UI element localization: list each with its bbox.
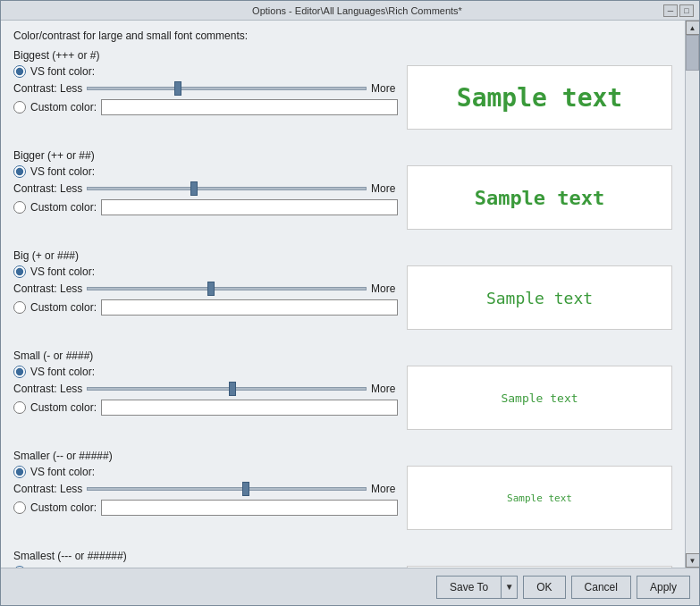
vs-font-label-small: VS font color: [30, 366, 95, 378]
vs-font-radio-small[interactable] [13, 366, 26, 378]
preview-col-smaller: Sample text [407, 466, 672, 534]
preview-col-biggest: Sample text [407, 65, 672, 133]
scroll-thumb[interactable] [686, 35, 699, 71]
preview-box-big: Sample text [407, 265, 672, 330]
contrast-slider-small[interactable] [87, 382, 367, 396]
custom-color-radio-smaller[interactable] [13, 501, 26, 514]
custom-color-row-small: Custom color: [13, 400, 398, 416]
minimize-button[interactable]: ─ [663, 4, 678, 17]
preview-text-biggest: Sample text [457, 83, 622, 113]
main-panel: Color/contrast for large and small font … [1, 21, 685, 568]
custom-color-radio-biggest[interactable] [13, 101, 26, 114]
maximize-button[interactable]: □ [679, 4, 694, 17]
custom-color-input-biggest[interactable] [101, 99, 398, 115]
section-smallest: Smallest (--- or ######) VS font color: … [13, 550, 672, 568]
bottom-bar: Save To ▼ OK Cancel Apply [1, 568, 699, 605]
section-biggest: Biggest (+++ or #) VS font color: Contra… [13, 49, 672, 133]
section-row-bigger: VS font color: Contrast: Less More Custo… [13, 165, 672, 233]
vs-font-row-big: VS font color: [13, 265, 398, 278]
vs-font-row-small: VS font color: [13, 366, 398, 378]
contrast-more-label-smaller: More [371, 483, 398, 495]
controls-small: VS font color: Contrast: Less More Custo… [13, 366, 398, 421]
custom-color-label-smaller: Custom color: [30, 501, 97, 514]
page-description: Color/contrast for large and small font … [13, 29, 672, 42]
vs-font-row-smaller: VS font color: [13, 466, 398, 478]
preview-text-big: Sample text [486, 289, 593, 307]
section-heading-smallest: Smallest (--- or ######) [13, 550, 672, 562]
preview-box-biggest: Sample text [407, 65, 672, 130]
custom-color-input-smaller[interactable] [101, 500, 398, 516]
cancel-button[interactable]: Cancel [571, 576, 631, 599]
controls-big: VS font color: Contrast: Less More Custo… [13, 265, 398, 321]
custom-color-row-biggest: Custom color: [13, 99, 398, 115]
slider-container-biggest [87, 80, 367, 97]
section-bigger: Bigger (++ or ##) VS font color: Contras… [13, 149, 672, 233]
contrast-more-label-bigger: More [371, 182, 398, 195]
ok-button[interactable]: OK [523, 576, 565, 599]
vs-font-radio-smaller[interactable] [13, 466, 26, 478]
vs-font-label-biggest: VS font color: [30, 65, 95, 78]
contrast-row-smaller: Contrast: Less More [13, 480, 398, 498]
slider-container-bigger [87, 180, 367, 198]
section-heading-bigger: Bigger (++ or ##) [13, 149, 672, 162]
save-to-button[interactable]: Save To [436, 576, 502, 599]
custom-color-label-bigger: Custom color: [30, 201, 97, 214]
vs-font-radio-bigger[interactable] [13, 165, 26, 178]
content-area: Color/contrast for large and small font … [1, 21, 699, 568]
contrast-less-label-small: Contrast: Less [13, 383, 82, 395]
controls-biggest: VS font color: Contrast: Less More Custo… [13, 65, 398, 121]
save-to-group: Save To ▼ [436, 576, 518, 599]
window-title: Options - Editor\All Languages\Rich Comm… [51, 5, 663, 16]
controls-bigger: VS font color: Contrast: Less More Custo… [13, 165, 398, 221]
contrast-more-label-big: More [371, 282, 398, 295]
section-row-small: VS font color: Contrast: Less More Custo… [13, 366, 672, 433]
contrast-row-bigger: Contrast: Less More [13, 180, 398, 198]
preview-text-smaller: Sample text [507, 492, 572, 504]
main-window: Options - Editor\All Languages\Rich Comm… [0, 0, 700, 606]
contrast-more-label-biggest: More [371, 82, 398, 95]
custom-color-radio-bigger[interactable] [13, 201, 26, 214]
custom-color-radio-big[interactable] [13, 301, 26, 314]
vs-font-label-bigger: VS font color: [30, 165, 95, 178]
vs-font-radio-big[interactable] [13, 265, 26, 278]
contrast-slider-big[interactable] [87, 282, 367, 296]
window-controls: ─ □ [663, 4, 694, 17]
contrast-slider-smaller[interactable] [87, 482, 367, 496]
preview-col-bigger: Sample text [407, 165, 672, 233]
custom-color-label-big: Custom color: [30, 301, 97, 314]
custom-color-input-bigger[interactable] [101, 199, 398, 215]
vs-font-radio-biggest[interactable] [13, 65, 26, 78]
custom-color-input-small[interactable] [101, 400, 398, 416]
custom-color-input-big[interactable] [101, 299, 398, 316]
custom-color-label-small: Custom color: [30, 401, 97, 414]
vs-font-label-smaller: VS font color: [30, 466, 95, 478]
section-row-biggest: VS font color: Contrast: Less More Custo… [13, 65, 672, 133]
scrollbar[interactable]: ▲ ▼ [685, 21, 699, 568]
custom-color-radio-small[interactable] [13, 401, 26, 414]
save-to-dropdown[interactable]: ▼ [502, 576, 518, 599]
custom-color-row-bigger: Custom color: [13, 199, 398, 215]
contrast-slider-bigger[interactable] [87, 181, 367, 196]
preview-col-big: Sample text [407, 265, 672, 333]
section-heading-biggest: Biggest (+++ or #) [13, 49, 672, 62]
slider-container-small [87, 380, 367, 398]
sections-container: Biggest (+++ or #) VS font color: Contra… [13, 49, 672, 568]
preview-col-small: Sample text [407, 366, 672, 433]
contrast-row-small: Contrast: Less More [13, 380, 398, 398]
scroll-up-arrow[interactable]: ▲ [686, 21, 700, 35]
preview-box-smaller: Sample text [407, 466, 672, 530]
contrast-slider-biggest[interactable] [87, 81, 367, 96]
contrast-more-label-small: More [371, 383, 398, 395]
contrast-row-biggest: Contrast: Less More [13, 80, 398, 97]
vs-font-row-bigger: VS font color: [13, 165, 398, 178]
custom-color-row-smaller: Custom color: [13, 500, 398, 516]
custom-color-row-big: Custom color: [13, 299, 398, 316]
custom-color-label-biggest: Custom color: [30, 101, 97, 114]
scroll-down-arrow[interactable]: ▼ [686, 553, 700, 568]
contrast-less-label-biggest: Contrast: Less [13, 82, 82, 95]
apply-button[interactable]: Apply [637, 576, 690, 599]
preview-box-bigger: Sample text [407, 165, 672, 230]
contrast-row-big: Contrast: Less More [13, 280, 398, 298]
section-heading-smaller: Smaller (-- or #####) [13, 450, 672, 462]
title-bar: Options - Editor\All Languages\Rich Comm… [1, 1, 699, 21]
